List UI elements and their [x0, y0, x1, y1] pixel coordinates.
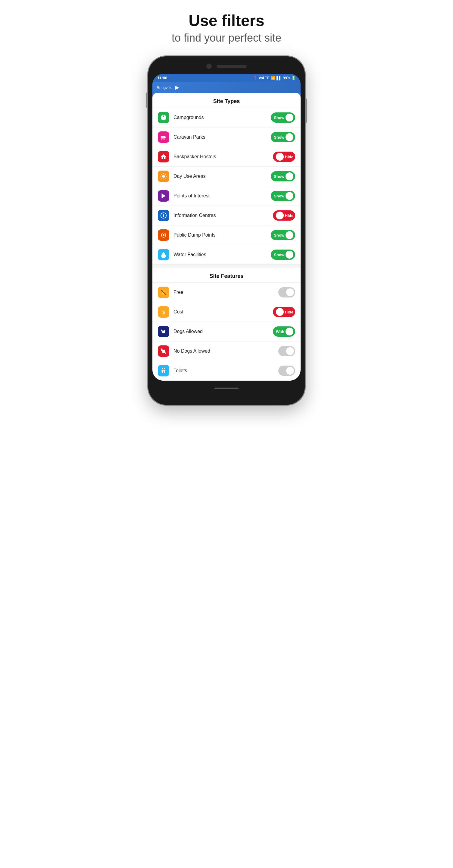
info-toggle[interactable]: Hide: [273, 210, 295, 221]
svg-point-16: [164, 368, 165, 370]
water-toggle[interactable]: Show: [271, 250, 295, 260]
filter-row-info: i Information Centres Hide: [153, 206, 300, 225]
cost-toggle[interactable]: Hide: [273, 307, 295, 317]
info-label: Information Centres: [173, 213, 273, 218]
dump-toggle-label: Show: [274, 233, 284, 238]
status-location-icon: 📍: [253, 76, 258, 80]
info-toggle-label: Hide: [285, 213, 293, 218]
filter-row-hostels: Backpacker Hostels Hide: [153, 147, 300, 167]
page-subtitle: to find your perfect site: [172, 32, 281, 44]
nodogs-toggle[interactable]: [278, 346, 295, 356]
filter-row-nodogs: No Dogs Allowed: [153, 341, 300, 361]
free-toggle-circle: [286, 288, 294, 296]
campgrounds-icon: [158, 112, 169, 123]
poi-label: Points of Interest: [173, 193, 271, 198]
filter-row-campgrounds: Campgrounds Show: [153, 108, 300, 127]
dayuse-label: Day Use Areas: [173, 174, 271, 179]
nodogs-toggle-circle: [286, 347, 294, 355]
dogs-toggle[interactable]: With: [273, 327, 295, 337]
hostels-toggle[interactable]: Hide: [273, 152, 295, 162]
svg-text:i: i: [163, 213, 164, 218]
dogs-toggle-circle: [286, 328, 293, 336]
dayuse-toggle-label: Show: [274, 174, 284, 179]
svg-point-10: [163, 234, 164, 236]
svg-point-0: [164, 116, 165, 118]
status-wifi-icon: 📶: [271, 76, 275, 80]
dayuse-icon: [158, 170, 169, 182]
status-time: 11:00: [157, 76, 167, 80]
svg-marker-6: [162, 193, 166, 198]
status-signal-icon: ▌▌: [277, 76, 282, 80]
hostels-icon: [158, 151, 169, 162]
dayuse-toggle[interactable]: Show: [271, 171, 295, 181]
poi-toggle-circle: [286, 192, 293, 200]
map-play-icon: ▶: [175, 84, 179, 91]
phone-screen: 11:00 📍 VoLTE 📶 ▌▌ 99% 🔋 Bringville ▶ Si…: [153, 74, 300, 381]
dayuse-toggle-circle: [286, 173, 293, 180]
hostels-toggle-label: Hide: [285, 155, 293, 159]
dogs-icon: [158, 326, 169, 337]
map-location-text: Bringville: [157, 85, 172, 90]
toilets-toggle[interactable]: [278, 366, 295, 376]
dump-icon: [158, 229, 169, 241]
phone-bottom: [153, 381, 300, 396]
phone-top-bar: [153, 62, 300, 71]
svg-point-3: [161, 138, 163, 140]
dump-label: Public Dump Points: [173, 232, 271, 238]
svg-point-5: [162, 175, 165, 178]
water-toggle-circle: [286, 251, 293, 258]
cost-toggle-label: Hide: [285, 310, 293, 314]
info-icon: i: [158, 210, 169, 221]
campgrounds-toggle-label: Show: [274, 116, 284, 120]
filter-row-dogs: Dogs Allowed With: [153, 322, 300, 341]
caravan-label: Caravan Parks: [173, 134, 271, 140]
svg-rect-1: [161, 136, 165, 138]
filter-row-caravan: Caravan Parks Show: [153, 127, 300, 147]
page-header: Use filters to find your perfect site: [172, 12, 281, 44]
status-bar: 11:00 📍 VoLTE 📶 ▌▌ 99% 🔋: [153, 74, 300, 82]
phone-speaker: [217, 65, 247, 68]
dump-toggle-circle: [286, 231, 293, 239]
water-label: Water Facilities: [173, 252, 271, 257]
content-card: Site Types Campgrounds Show: [153, 93, 300, 381]
campgrounds-toggle-circle: [286, 114, 293, 121]
map-strip: Bringville ▶: [153, 82, 300, 93]
campgrounds-label: Campgrounds: [173, 115, 271, 120]
phone-shell: 11:00 📍 VoLTE 📶 ▌▌ 99% 🔋 Bringville ▶ Si…: [148, 56, 305, 405]
campgrounds-toggle[interactable]: Show: [271, 113, 295, 123]
phone-camera: [206, 64, 212, 69]
filter-row-water: Water Facilities Show: [153, 245, 300, 265]
status-battery: 99%: [283, 76, 290, 80]
hostels-toggle-circle: [276, 153, 284, 161]
status-volte: VoLTE: [259, 76, 269, 80]
cost-icon: $: [158, 306, 169, 318]
filter-row-free: $ Free: [153, 283, 300, 302]
poi-icon: [158, 190, 169, 202]
section-divider: [153, 265, 300, 268]
page-title: Use filters: [172, 12, 281, 29]
site-types-header: Site Types: [153, 93, 300, 108]
toilets-label: Toilets: [173, 368, 278, 373]
svg-text:$: $: [162, 310, 165, 315]
caravan-toggle-circle: [286, 133, 293, 141]
free-label: Free: [173, 290, 278, 295]
dogs-toggle-label: With: [276, 330, 284, 334]
home-indicator: [215, 388, 238, 389]
site-features-header: Site Features: [153, 268, 300, 283]
nodogs-label: No Dogs Allowed: [173, 348, 278, 354]
filter-row-poi: Points of Interest Show: [153, 186, 300, 206]
filter-row-cost: $ Cost Hide: [153, 302, 300, 322]
svg-point-4: [164, 138, 165, 140]
poi-toggle-label: Show: [274, 194, 284, 198]
poi-toggle[interactable]: Show: [271, 191, 295, 201]
caravan-toggle[interactable]: Show: [271, 132, 295, 142]
filter-row-dump: Public Dump Points Show: [153, 225, 300, 245]
caravan-icon: [158, 131, 169, 143]
filter-row-dayuse: Day Use Areas Show: [153, 167, 300, 186]
svg-rect-2: [165, 136, 167, 138]
free-toggle[interactable]: [278, 287, 295, 298]
info-toggle-circle: [276, 212, 284, 219]
dogs-label: Dogs Allowed: [173, 329, 273, 334]
dump-toggle[interactable]: Show: [271, 230, 295, 240]
cost-toggle-circle: [276, 308, 284, 316]
